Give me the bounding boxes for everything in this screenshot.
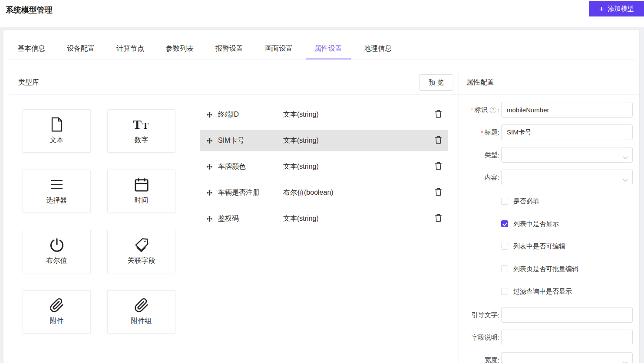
delete-field-button[interactable] [435,162,442,171]
input-标题[interactable] [501,124,633,140]
form-label-text: 标题 [485,128,498,137]
tab-label: 设备配置 [67,45,95,52]
checkbox-group: 是否必填列表中是否显示列表中是否可编辑列表页是否可批量编辑过滤查询中是否显示 [459,197,639,296]
field-type: 文本(string) [283,162,435,171]
delete-field-button[interactable] [435,136,442,145]
field-row[interactable]: 鉴权码文本(string) [200,208,448,229]
delete-field-button[interactable] [435,110,442,119]
tab-参数列表[interactable]: 参数列表 [157,39,202,59]
type-card-关联字段[interactable]: 关联字段 [107,230,175,273]
property-config-panel: 属性配置 *标识?:*标题:类型:内容:是否必填列表中是否显示列表中是否可编辑列… [459,70,639,363]
add-model-button[interactable]: + 添加模型 [589,1,644,16]
tab-计算节点[interactable]: 计算节点 [108,39,153,59]
field-type: 文本(string) [283,110,435,119]
form-label: 宽度: [459,356,499,363]
field-name: 鉴权码 [218,214,283,223]
checkbox-row-列表页是否可批量编辑[interactable]: 列表页是否可批量编辑 [459,265,639,273]
plus-icon: + [599,5,604,13]
field-name: 终端ID [218,110,283,119]
svg-text:T: T [142,121,149,131]
delete-field-button[interactable] [435,214,442,223]
type-card-时间[interactable]: 时间 [107,170,175,213]
checkbox-label: 列表中是否显示 [513,220,559,228]
type-card-label: 布尔值 [46,256,67,265]
tab-报警设置[interactable]: 报警设置 [207,39,252,59]
top-bar: 系统模型管理 + 添加模型 [0,0,644,27]
page-title: 系统模型管理 [6,5,53,15]
field-list-header: 预 览 [189,70,459,95]
tab-label: 参数列表 [166,45,194,52]
field-list-panel: 预 览 终端ID文本(string)SIM卡号文本(string)车牌颜色文本(… [189,70,459,363]
calendar-icon [134,176,149,193]
svg-text:T: T [133,118,142,131]
tag-icon [134,236,149,254]
select-宽度[interactable] [501,352,633,363]
field-name: 车牌颜色 [218,162,283,171]
delete-field-button[interactable] [435,188,442,197]
form-row-类型: 类型: [459,147,639,163]
type-card-附件[interactable]: 附件 [23,290,91,334]
paperclip-icon [134,297,149,314]
help-icon[interactable]: ? [490,107,496,113]
type-card-数字[interactable]: TT数字 [107,109,175,153]
type-card-label: 关联字段 [128,256,155,265]
checkbox-row-列表中是否可编辑[interactable]: 列表中是否可编辑 [459,242,639,251]
type-card-文本[interactable]: 文本 [23,109,91,153]
input-字段说明[interactable] [501,330,633,345]
checkbox-unchecked-icon[interactable] [501,265,508,272]
checkbox-label: 列表中是否可编辑 [513,242,565,251]
label-colon: : [498,356,499,363]
trash-icon [435,188,442,197]
field-row[interactable]: 车辆是否注册布尔值(boolean) [200,182,448,203]
input-引导文字[interactable] [501,307,633,323]
tab-label: 属性设置 [314,45,342,52]
tab-属性设置[interactable]: 属性设置 [306,39,351,59]
menu-icon [49,176,65,193]
checkbox-unchecked-icon[interactable] [501,243,508,250]
main-card: 基本信息设备配置计算节点参数列表报警设置画面设置属性设置地理信息 类型库 文本T… [3,29,640,363]
field-name: 车辆是否注册 [218,188,283,197]
drag-handle-icon[interactable] [206,137,213,144]
tab-label: 基本信息 [17,45,45,52]
field-row[interactable]: 车牌颜色文本(string) [200,156,448,177]
input-标识[interactable] [501,102,633,118]
drag-handle-icon[interactable] [206,163,213,170]
tab-地理信息[interactable]: 地理信息 [355,39,400,59]
type-card-布尔值[interactable]: 布尔值 [23,230,91,273]
checkbox-unchecked-icon[interactable] [501,288,508,295]
preview-button[interactable]: 预 览 [419,74,453,91]
field-type: 文本(string) [283,136,435,145]
power-icon [49,236,65,254]
field-row[interactable]: SIM卡号文本(string) [200,130,448,151]
checkbox-row-列表中是否显示[interactable]: 列表中是否显示 [459,219,639,228]
panels-container: 类型库 文本TT数字选择器时间布尔值关联字段附件附件组 预 览 终端ID文本(s… [9,70,640,363]
checkbox-row-是否必填[interactable]: 是否必填 [459,197,639,206]
checkbox-checked-icon[interactable] [501,220,508,227]
form-label-text: 类型 [485,151,498,159]
form-label-text: 标识 [475,106,488,114]
checkbox-unchecked-icon[interactable] [501,198,508,205]
drag-handle-icon[interactable] [206,189,213,196]
type-card-选择器[interactable]: 选择器 [23,170,91,213]
tab-设备配置[interactable]: 设备配置 [58,39,103,59]
type-card-label: 文本 [50,136,64,145]
field-type: 文本(string) [283,214,435,223]
form-row-标题: *标题: [459,124,639,140]
checkbox-row-过滤查询中是否显示[interactable]: 过滤查询中是否显示 [459,287,639,296]
type-library-title: 类型库 [18,78,39,87]
form-label-text: 字段说明 [472,334,498,342]
property-config-header: 属性配置 [459,70,639,95]
select-内容[interactable] [501,170,633,185]
drag-handle-icon[interactable] [206,215,213,222]
tab-基本信息[interactable]: 基本信息 [9,39,54,59]
type-card-label: 数字 [135,136,149,145]
type-card-附件组[interactable]: 附件组 [107,290,175,334]
type-card-label: 选择器 [46,196,67,205]
tab-画面设置[interactable]: 画面设置 [256,39,301,59]
form-label: 引导文字: [459,311,499,319]
type-library-grid: 文本TT数字选择器时间布尔值关联字段附件附件组 [9,95,189,334]
select-类型[interactable] [501,147,633,163]
trash-icon [435,136,442,145]
drag-handle-icon[interactable] [206,111,213,118]
field-row[interactable]: 终端ID文本(string) [200,104,448,125]
